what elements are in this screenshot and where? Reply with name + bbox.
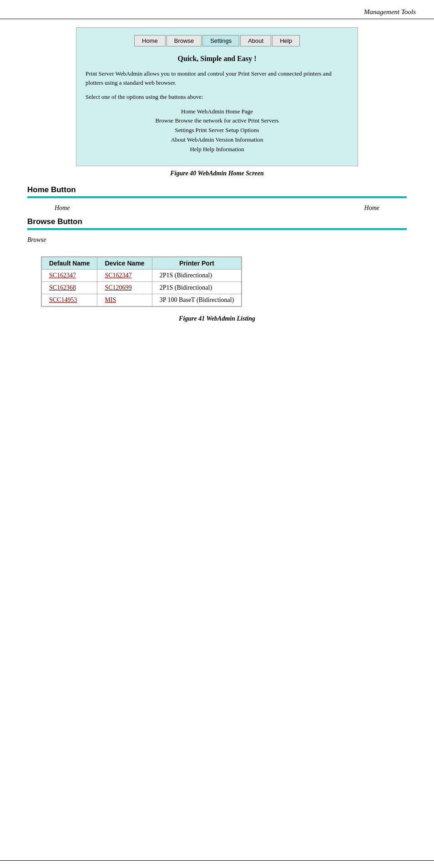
cell-device-name-3: MIS [97, 294, 152, 306]
browse-intro-text: Browse [27, 235, 407, 245]
webadmin-title: Quick, Simple and Easy ! [86, 55, 348, 63]
nav-bar: Home Browse Settings About Help [86, 35, 348, 46]
link-device-name-1[interactable]: SC162347 [105, 272, 131, 279]
page-footer [0, 860, 434, 868]
webadmin-options: Home WebAdmin Home Page Browse Browse th… [86, 107, 348, 154]
cell-printer-port-1: 2P1S (Bidirectional) [152, 270, 242, 282]
table-row: SC162347 SC162347 2P1S (Bidirectional) [42, 270, 242, 282]
nav-btn-about[interactable]: About [240, 35, 271, 46]
link-default-name-3[interactable]: SCC14953 [49, 296, 77, 303]
table-row: SC162368 SC120699 2P1S (Bidirectional) [42, 282, 242, 294]
cell-default-name-2: SC162368 [42, 282, 97, 294]
cell-default-name-1: SC162347 [42, 270, 97, 282]
figure-40-caption: Figure 40 WebAdmin Home Screen [27, 170, 407, 177]
home-button-heading: Home Button [27, 185, 407, 194]
col-default-name: Default Name [42, 257, 97, 270]
home-right-text: Home [364, 204, 379, 212]
home-left-text: Home [55, 204, 70, 212]
home-section-body: Home Home [27, 203, 407, 214]
browse-table-container: Default Name Device Name Printer Port SC… [41, 256, 242, 307]
cell-printer-port-3: 3P 100 BaseT (Bidirectional) [152, 294, 242, 306]
webadmin-desc1: Print Server WebAdmin allows you to moni… [86, 69, 348, 87]
browse-teal-bar [27, 228, 407, 230]
figure-41-caption: Figure 41 WebAdmin Listing [27, 315, 407, 322]
cell-default-name-3: SCC14953 [42, 294, 97, 306]
nav-btn-settings[interactable]: Settings [202, 35, 239, 46]
browse-table: Default Name Device Name Printer Port SC… [41, 257, 242, 306]
option-help: Help Help Information [86, 145, 348, 154]
cell-device-name-1: SC162347 [97, 270, 152, 282]
table-header-row: Default Name Device Name Printer Port [42, 257, 242, 270]
main-content: Home Browse Settings About Help Quick, S… [0, 27, 434, 358]
page-header: Management Tools [0, 0, 434, 19]
col-printer-port: Printer Port [152, 257, 242, 270]
option-browse: Browse Browse the network for active Pri… [86, 116, 348, 126]
link-device-name-2[interactable]: SC120699 [105, 284, 131, 291]
option-settings: Settings Print Server Setup Options [86, 126, 348, 135]
webadmin-screenshot: Home Browse Settings About Help Quick, S… [76, 27, 358, 166]
link-default-name-1[interactable]: SC162347 [49, 272, 76, 279]
cell-device-name-2: SC120699 [97, 282, 152, 294]
browse-button-heading: Browse Button [27, 217, 407, 226]
option-home: Home WebAdmin Home Page [86, 107, 348, 117]
nav-btn-home[interactable]: Home [134, 35, 166, 46]
option-about: About WebAdmin Version Information [86, 135, 348, 145]
col-device-name: Device Name [97, 257, 152, 270]
cell-printer-port-2: 2P1S (Bidirectional) [152, 282, 242, 294]
home-teal-bar [27, 196, 407, 198]
nav-btn-browse[interactable]: Browse [167, 35, 202, 46]
webadmin-desc2: Select one of the options using the butt… [86, 92, 348, 102]
link-device-name-3[interactable]: MIS [105, 296, 116, 303]
header-title: Management Tools [364, 8, 416, 15]
table-row: SCC14953 MIS 3P 100 BaseT (Bidirectional… [42, 294, 242, 306]
link-default-name-2[interactable]: SC162368 [49, 284, 76, 291]
nav-btn-help[interactable]: Help [272, 35, 300, 46]
